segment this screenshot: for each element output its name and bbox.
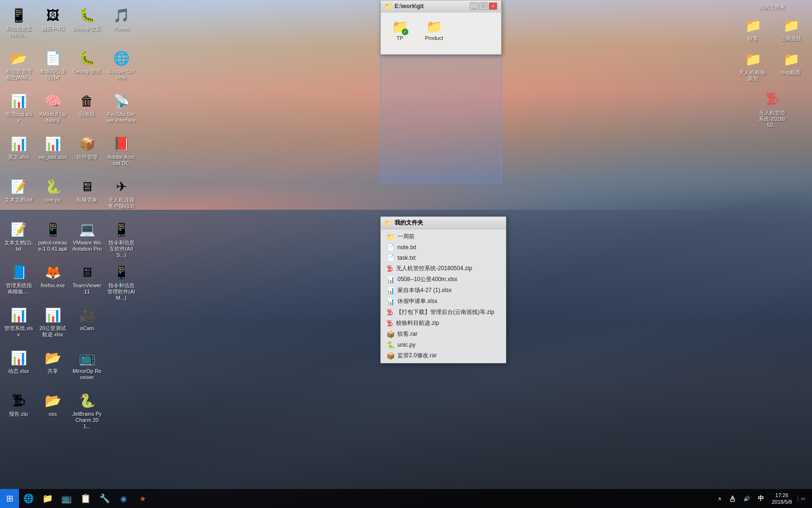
desktop-icon-icon-oss[interactable]: 📂 oss <box>36 389 69 419</box>
yunnan-label: 云南巡线 <box>781 36 802 42</box>
icon-img-icon-ying-xlsx: 📊 <box>9 134 28 153</box>
desktop-icon-icon-guanli-xlsx[interactable]: 📊 管理系统.xlsx <box>2 303 35 340</box>
folder-item-tp[interactable]: 📁 ✓ TP <box>385 16 415 43</box>
desktop-icon-icon-vmware[interactable]: 💻 VMware Workstation Pro <box>70 218 104 254</box>
taskbar-app2[interactable]: ★ <box>133 489 152 508</box>
desktop-icon-icon-teamviewer[interactable]: 🖥 TeamViewer 11 <box>70 261 104 297</box>
desktop-icon-icon-20km-xlsx[interactable]: 📊 20公里测试航迹.xlsx <box>36 303 69 340</box>
icon-img-icon-dongtai-xlsx: 📊 <box>9 348 28 367</box>
taskbar-tray-ime[interactable]: 中 <box>755 493 767 504</box>
folder-git-close[interactable]: × <box>489 2 497 10</box>
file-label-1: note.txt <box>397 244 416 251</box>
icon-img-icon-baogao-zip: 🗜 <box>9 391 28 410</box>
icon-img-icon-word: 📘 <box>9 263 28 282</box>
icon-label-icon-20km-xlsx: 20公里测试航迹.xlsx <box>38 325 68 338</box>
taskbar-explorer[interactable]: 📁 <box>38 489 57 508</box>
desktop-icon-icon-jiaohu[interactable]: 📱 和信息交互(AIIS)... <box>2 4 35 40</box>
desktop-icon-icon-mirrorop[interactable]: 📺 MirrorOp Receiver <box>70 346 104 382</box>
right-icon-jianji[interactable]: 📁 无人机检验-原型 <box>736 48 770 84</box>
desktop-icon-icon-acrobat[interactable]: 📕 Adobe Acrobat DC <box>105 132 138 168</box>
file-list-item-11[interactable]: 📦 监管2.0修改.rar <box>381 350 506 361</box>
right-icon-wurenji-zip[interactable]: 🗜 无人机管控系统-2018050... <box>755 88 789 131</box>
desktop-icon-icon-firefox[interactable]: 🦊 firefox.exe <box>36 261 69 291</box>
desktop-icon-icon-debug-jiaohu[interactable]: 🐛 Debug-交互 <box>70 4 104 34</box>
taskbar-tray-network[interactable] <box>726 494 739 503</box>
icon-label-icon-baogao-zip: 报告.zip <box>9 411 28 417</box>
desktop-icon-icon-debug-guanli[interactable]: 🐛 Debug-管理 <box>70 47 104 77</box>
desktop-icon-icon-aim[interactable]: 📂 和信息管理系统(AIM... <box>2 47 35 83</box>
desktop-icon-icon-itunes[interactable]: 🎵 iTunes <box>105 4 138 34</box>
desktop-icon-icon-baogao-zip[interactable]: 🗜 报告.zip <box>2 389 35 419</box>
file-list-item-1[interactable]: 📄 note.txt <box>381 242 506 253</box>
file-icon-7: 🗜 <box>387 309 393 316</box>
desktop-icon-icon-txt-2[interactable]: 📝 文本文档(2).txt <box>2 218 35 254</box>
taskbar-tray-up[interactable]: ∧ <box>715 495 725 503</box>
file-icon-5: 📊 <box>387 287 395 294</box>
file-icon-1: 📄 <box>387 244 395 251</box>
file-list-item-8[interactable]: 🗜 校验料目航迹.zip <box>381 318 506 329</box>
file-icon-9: 📦 <box>387 331 395 338</box>
taskbar-tray-volume[interactable]: 🔊 <box>741 495 753 503</box>
desktop-icon-icon-chrome[interactable]: 🌐 Google Chrome <box>105 47 138 83</box>
desktop-icon-icon-bug-xlsx[interactable]: 📊 管理bug.xlsx <box>2 89 35 126</box>
icon-label-icon-acrobat: Adobe Acrobat DC <box>106 154 136 166</box>
desktop-icon-icon-huizhan[interactable]: 🗑 回收站 <box>70 89 104 119</box>
desktop-icon-icon-pycharm[interactable]: 🐍 JetBrains PyCharm 201... <box>70 389 104 432</box>
desktop-icon-icon-png[interactable]: 🖼 捕获.PNG <box>36 4 69 34</box>
icon-img-icon-huizhan: 🗑 <box>77 91 97 110</box>
file-icon-0: 📁 <box>387 233 395 241</box>
desktop-icon-icon-filezilla[interactable]: 📡 FileZilla Server Interface <box>105 89 138 126</box>
folder-item-product[interactable]: 📁 Product <box>419 16 449 43</box>
desktop-icon-icon-20km[interactable]: 📄 本场20公里(1).txt <box>36 47 69 83</box>
desktop-icon-icon-ocam[interactable]: 🎥 oCam <box>70 303 104 333</box>
file-list-item-2[interactable]: 📄 task.txt <box>381 253 506 263</box>
file-list-item-3[interactable]: 🗜 无人机管控系统-20180504.zip <box>381 263 506 274</box>
folder-git-minimize[interactable]: _ <box>470 2 478 10</box>
start-button[interactable]: ⊞ <box>0 489 19 508</box>
taskbar-media[interactable]: 📺 <box>57 489 76 508</box>
file-list-item-9[interactable]: 📦 软客.rar <box>381 329 506 340</box>
file-list-titlebar[interactable]: 📁 我的文件夹 <box>381 217 506 229</box>
file-list-item-4[interactable]: 📊 0508--10公里400m.xlsx <box>381 274 506 285</box>
icon-label-icon-wurenji: 无人机连接客户端v1.0 <box>106 197 136 209</box>
desktop-icon-icon-wurenji[interactable]: ✈ 无人机连接客户端v1.0 <box>105 175 138 211</box>
desktop-icon-icon-ruanjian[interactable]: 📦 软件管理 <box>70 132 104 162</box>
desktop-icon-icon-zhiling2[interactable]: 📱 指令和信息管理软件(AIM...) <box>105 261 138 303</box>
bug-icon: 📁 <box>782 49 801 68</box>
right-icon-yunnan[interactable]: 📁 云南巡线 <box>774 14 808 44</box>
file-list-item-10[interactable]: 🐍 unic.py <box>381 340 506 350</box>
taskbar-ie[interactable]: 🌐 <box>19 489 38 508</box>
icon-img-icon-mirrorop: 📺 <box>77 348 97 367</box>
icon-label-icon-zhiling: 指令和信息互软件(AIIS...) <box>106 240 136 259</box>
taskbar-items: 🌐 📁 📺 📋 🔧 ◉ ★ <box>19 489 711 508</box>
desktop-icon-icon-patrol[interactable]: 📱 patrol-release-1.0.41.apk <box>36 218 69 254</box>
file-list-item-0[interactable]: 📁 一周前 <box>381 231 506 242</box>
taskbar-app1[interactable]: 📋 <box>76 489 95 508</box>
desktop-icon-icon-zhiling[interactable]: 📱 指令和信息互软件(AIIS...) <box>105 218 138 261</box>
folder-titlebar-git[interactable]: 📁 E:\work\git _ □ × <box>381 0 501 12</box>
desktop-icon-icon-wenben-txt[interactable]: 📝 文本文档.txt <box>2 175 35 205</box>
desktop-icon-icon-share[interactable]: 📂 共享 <box>36 346 69 376</box>
file-list-item-6[interactable]: 📊 休假申请单.xlsx <box>381 296 506 307</box>
right-icon-bug[interactable]: 📁 bug截图 <box>774 48 808 84</box>
file-list-item-7[interactable]: 🗜 【打包下载】管理后台(云南巡线)等.zip <box>381 307 506 318</box>
file-label-5: 家自本场4-27 (1).xlsx <box>397 286 452 294</box>
folder-git-maximize[interactable]: □ <box>479 2 488 10</box>
desktop-icon-icon-word[interactable]: 📘 管理系统指南模板.... <box>2 261 35 297</box>
desktop-icon-icon-xmind[interactable]: 🧠 XMind 8 Update 6 <box>36 89 69 126</box>
desktop-icon-icon-ying-xlsx[interactable]: 📊 英文.xlsx <box>2 132 35 162</box>
right-icon-ruanjian[interactable]: 📁 软客 <box>736 14 770 44</box>
taskbar-browser[interactable]: ◉ <box>114 489 133 508</box>
taskbar-tool[interactable]: 🔧 <box>95 489 114 508</box>
desktop-icon-icon-dongtai-xlsx[interactable]: 📊 动态.xlsx <box>2 346 35 376</box>
icon-label-icon-dongtai-xlsx: 动态.xlsx <box>8 368 29 374</box>
desktop-icon-icon-ride-py[interactable]: 🐍 ride.py <box>36 175 69 205</box>
file-list-item-5[interactable]: 📊 家自本场4-27 (1).xlsx <box>381 285 506 296</box>
file-icon-4: 📊 <box>387 276 395 283</box>
taskbar-clock[interactable]: 17:26 2018/5/8 <box>769 491 795 507</box>
file-list-panel-myfiles: 📁 我的文件夹 📁 一周前 📄 note.txt 📄 task.txt 🗜 无人… <box>380 216 506 363</box>
taskbar-show-desktop[interactable]: ▭ <box>798 495 808 502</box>
desktop-icon-icon-wp-xlsx[interactable]: 📊 wp_last.xlsx <box>36 132 69 162</box>
clock-time: 17:26 <box>772 492 792 498</box>
desktop-icon-icon-diannao[interactable]: 🖥 电脑管家 <box>70 175 104 205</box>
